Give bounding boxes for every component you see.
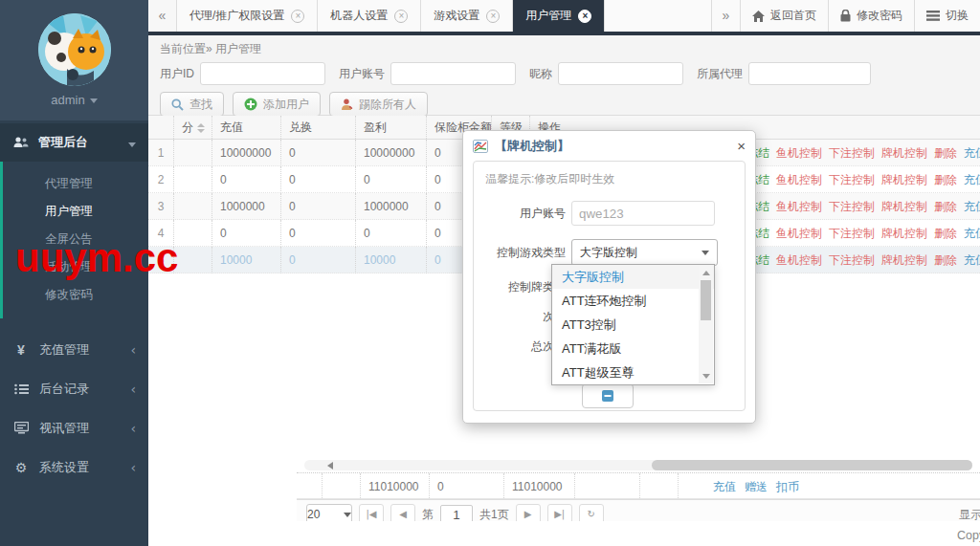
tab-user-management[interactable]: 用户管理 × (513, 0, 605, 32)
card-control-link[interactable]: 牌机控制 (881, 193, 927, 220)
account-input[interactable] (390, 62, 516, 85)
button-label: 查找 (189, 97, 212, 113)
sidebar-item-video-mgmt[interactable]: 视讯管理 ‹ (0, 408, 148, 448)
card-control-link[interactable]: 牌机控制 (881, 140, 927, 166)
dialog-confirm-button[interactable] (582, 383, 634, 408)
gift-link[interactable]: 赠送 (745, 473, 768, 500)
recharge-link[interactable]: 充值 (964, 220, 980, 247)
dropdown-option[interactable]: ATT连环炮控制 (552, 289, 714, 313)
tabbar-right-actions: » 返回首页 修改密码 切换 (711, 0, 980, 32)
sidebar-item-backend-records[interactable]: 后台记录 ‹ (0, 369, 148, 408)
recharge-link[interactable]: 充值 (964, 140, 980, 166)
game-type-select[interactable]: 大字版控制 (571, 239, 718, 266)
card-control-link[interactable]: 牌机控制 (881, 247, 927, 273)
bet-control-link[interactable]: 下注控制 (829, 220, 875, 247)
kick-all-button[interactable]: 踢除所有人 (329, 92, 428, 117)
sidebar-item-change-password[interactable]: 修改密码 (0, 281, 148, 309)
cell-profit: 10000000 (355, 140, 426, 166)
scroll-left-arrow-icon[interactable] (327, 462, 333, 470)
fish-control-link[interactable]: 鱼机控制 (776, 193, 822, 220)
scrollbar-thumb[interactable] (652, 460, 972, 470)
dropdown-scrollbar-thumb[interactable] (701, 280, 711, 320)
sidebar-item-recharge-mgmt[interactable]: ¥ 充值管理 ‹ (0, 330, 148, 369)
fish-control-link[interactable]: 鱼机控制 (776, 247, 822, 273)
delete-link[interactable]: 删除 (934, 247, 957, 273)
delete-link[interactable]: 删除 (934, 140, 957, 166)
delete-link[interactable]: 删除 (934, 220, 957, 247)
sidebar-item-fullscreen-notice[interactable]: 全屏公告 (0, 226, 148, 253)
recharge-all-link[interactable]: 充值 (713, 473, 736, 500)
tab-agent-permission-settings[interactable]: 代理/推广权限设置 × (177, 0, 318, 32)
col-profit[interactable]: 盈利 (355, 116, 426, 139)
cell-exchange: 0 (280, 220, 355, 247)
dropdown-option[interactable]: ATT超级至尊 (552, 360, 714, 384)
card-control-link[interactable]: 牌机控制 (881, 166, 927, 193)
sidebar-item-agent-mgmt[interactable]: 代理管理 (0, 170, 148, 198)
last-page-button[interactable]: ▶| (547, 504, 572, 521)
sidebar-item-activity-mgmt[interactable]: 活动管理 (0, 253, 148, 281)
tab-close-icon[interactable]: × (291, 10, 304, 23)
tab-close-icon[interactable]: × (578, 10, 591, 23)
cell-score (173, 220, 212, 247)
fish-control-link[interactable]: 鱼机控制 (776, 166, 822, 193)
bet-control-link[interactable]: 下注控制 (829, 193, 875, 220)
tab-robot-settings[interactable]: 机器人设置 × (318, 0, 421, 32)
prev-page-button[interactable]: ◀ (390, 504, 415, 521)
tabs-scroll-right-button[interactable]: » (711, 0, 740, 32)
dropdown-scrollbar[interactable] (699, 266, 713, 383)
first-page-button[interactable]: |◀ (359, 504, 384, 521)
dropdown-option[interactable]: 大字版控制 (552, 265, 714, 289)
game-type-label: 控制游戏类型 (481, 245, 566, 261)
dialog-header[interactable]: 【牌机控制】 × (463, 131, 755, 161)
tabs-scroll-left-button[interactable]: « (148, 0, 177, 32)
next-page-button[interactable]: ▶ (516, 504, 541, 521)
dropdown-option[interactable]: ATT满花版 (552, 337, 714, 360)
users-icon (12, 136, 30, 149)
horizontal-scrollbar[interactable] (304, 460, 972, 470)
totals-ops: 充值 赠送 扣币 (678, 473, 980, 500)
dialog-title: 【牌机控制】 (495, 138, 569, 155)
sidebar-item-admin-root[interactable]: 管理后台 (0, 123, 148, 162)
page-size-select[interactable]: 20 (306, 504, 352, 521)
switch-button[interactable]: 切换 (914, 0, 980, 32)
card-control-link[interactable]: 牌机控制 (881, 220, 927, 247)
search-button[interactable]: 查找 (160, 92, 224, 117)
col-recharge[interactable]: 充值 (212, 116, 280, 139)
tab-close-icon[interactable]: × (486, 10, 500, 23)
col-exchange[interactable]: 兑换 (280, 116, 355, 139)
add-user-button[interactable]: 添加用户 (233, 92, 321, 117)
bet-control-link[interactable]: 下注控制 (829, 140, 875, 166)
delete-link[interactable]: 删除 (934, 193, 957, 220)
current-user[interactable]: admin (0, 93, 148, 107)
tab-label: 用户管理 (525, 8, 571, 24)
col-score[interactable]: 分 (173, 116, 212, 139)
sidebar-item-system-settings[interactable]: ⚙ 系统设置 ‹ (0, 448, 148, 487)
delete-link[interactable]: 删除 (934, 166, 957, 193)
fish-control-link[interactable]: 鱼机控制 (776, 220, 822, 247)
dropdown-option[interactable]: ATT3控制 (552, 313, 714, 337)
sidebar-item-user-mgmt[interactable]: 用户管理 (0, 198, 148, 226)
page-number-input[interactable] (440, 505, 473, 521)
recharge-link[interactable]: 充值 (964, 193, 980, 220)
change-password-button[interactable]: 修改密码 (828, 0, 914, 32)
refresh-button[interactable]: ↻ (579, 504, 604, 521)
tab-game-settings[interactable]: 游戏设置 × (421, 0, 513, 32)
deduct-coins-link[interactable]: 扣币 (776, 473, 799, 500)
nickname-label: 昵称 (529, 66, 552, 82)
agent-input[interactable] (748, 62, 871, 85)
scroll-up-arrow-icon[interactable] (702, 271, 710, 275)
account-field[interactable] (571, 201, 715, 226)
scroll-down-arrow-icon[interactable] (702, 374, 710, 379)
recharge-link[interactable]: 充值 (964, 166, 980, 193)
tab-close-icon[interactable]: × (394, 10, 408, 23)
close-icon[interactable]: × (737, 139, 746, 153)
avatar[interactable] (38, 13, 111, 86)
bet-control-link[interactable]: 下注控制 (829, 247, 875, 273)
user-id-input[interactable] (200, 62, 325, 85)
fish-control-link[interactable]: 鱼机控制 (776, 140, 822, 166)
home-button[interactable]: 返回首页 (740, 0, 828, 32)
bet-control-link[interactable]: 下注控制 (829, 166, 875, 193)
add-icon (244, 98, 257, 111)
recharge-link[interactable]: 充值 (964, 247, 980, 273)
nickname-input[interactable] (558, 62, 683, 85)
